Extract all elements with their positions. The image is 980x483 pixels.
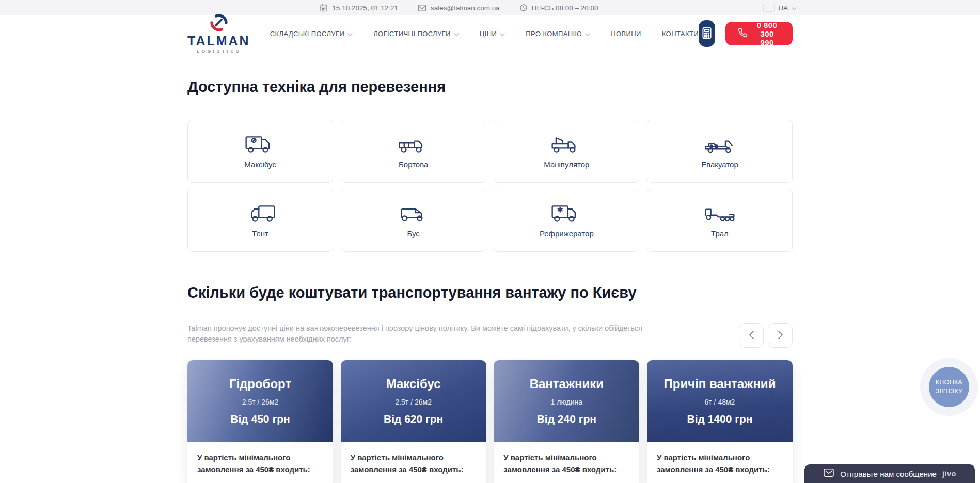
pricing-title: Скільки буде коштувати транспортування в… — [187, 284, 793, 301]
price-card-price: Від 620 грн — [384, 413, 443, 425]
price-card-body: У вартість мінімального замовлення за 45… — [341, 442, 486, 483]
nav-item[interactable]: ЛОГІСТИЧНІ ПОСЛУГИ — [373, 30, 459, 38]
chevron-down-icon — [585, 30, 590, 38]
nav-item-label: КОНТАКТИ — [662, 30, 699, 38]
carousel-next-button[interactable] — [768, 323, 793, 348]
vehicles-grid: МаксібусБортоваМаніпуляторЕвакуаторТентБ… — [187, 120, 793, 252]
price-card-price: Від 450 грн — [230, 413, 290, 425]
price-card-image: Максібус2.5т / 26м2Від 620 грн — [341, 360, 486, 442]
price-card-name: Максібус — [386, 377, 441, 391]
vehicle-card[interactable]: Маніпулятор — [494, 120, 639, 183]
email-link[interactable]: sales@talman.com.ua — [418, 4, 500, 12]
price-card-name: Вантажники — [530, 377, 604, 391]
chevron-down-icon — [454, 30, 459, 38]
vehicle-label: Бортова — [399, 160, 428, 169]
vehicle-card[interactable]: Рефрижератор — [494, 189, 639, 252]
vehicle-label: Рефрижератор — [540, 229, 594, 238]
datetime-text: 15.10.2025, 01:12:21 — [332, 4, 398, 12]
email-text: sales@talman.com.ua — [431, 4, 500, 12]
chevron-down-icon — [792, 4, 797, 12]
callback-button[interactable]: КНОПКА ЗВ'ЯЗКУ — [920, 358, 978, 416]
price-card-note: У вартість мінімального замовлення за 45… — [657, 452, 783, 476]
calendar-icon — [320, 4, 328, 12]
price-card-spec: 2.5т / 26м2 — [242, 398, 279, 406]
pricing-cards: Гідроборт2.5т / 26м2Від 450 грнУ вартіст… — [187, 360, 793, 483]
phone-icon — [738, 28, 748, 39]
vehicle-label: Бус — [407, 229, 419, 238]
price-card-image: Гідроборт2.5т / 26м2Від 450 грн — [187, 360, 333, 442]
price-card: Вантажники1 людинаВід 240 грнУ вартість … — [494, 360, 639, 483]
callback-label-line1: КНОПКА — [936, 379, 962, 386]
nav-item-label: СКЛАДСЬКІ ПОСЛУГИ — [270, 30, 345, 38]
vehicle-card[interactable]: Бортова — [341, 120, 486, 183]
language-label: UA — [778, 4, 788, 12]
price-card-note: У вартість мінімального замовлення за 45… — [197, 452, 323, 476]
chevron-down-icon — [347, 30, 353, 38]
price-card: Причіп вантажний6т / 48м2Від 1400 грнУ в… — [647, 360, 793, 483]
nav-item-label: ЦІНИ — [480, 30, 497, 38]
vehicle-label: Трал — [711, 229, 729, 238]
language-selector[interactable]: UA — [764, 0, 797, 15]
price-card: Гідроборт2.5т / 26м2Від 450 грнУ вартіст… — [187, 360, 333, 483]
price-card-image: Вантажники1 людинаВід 240 грн — [494, 360, 639, 442]
chevron-down-icon — [500, 30, 505, 38]
phone-button[interactable]: 0 800 300 990 — [725, 22, 793, 45]
callback-label-line2: ЗВ'ЯЗКУ — [936, 388, 962, 395]
logo[interactable]: TALMAN LOGISTICS — [187, 13, 250, 54]
refrigerator-truck-icon — [550, 203, 582, 224]
vehicle-label: Максібус — [244, 160, 276, 169]
lowboy-truck-icon — [704, 203, 736, 224]
calculator-button[interactable] — [699, 20, 715, 47]
price-card-spec: 2.5т / 26м2 — [395, 398, 432, 406]
nav-item[interactable]: ПРО КОМПАНІЮ — [526, 30, 590, 38]
datetime-display: 15.10.2025, 01:12:21 — [320, 4, 398, 12]
price-card-note: У вартість мінімального замовлення за 45… — [503, 452, 629, 476]
price-card: Максібус2.5т / 26м2Від 620 грнУ вартість… — [341, 360, 486, 483]
price-card-body: У вартість мінімального замовлення за 45… — [647, 442, 793, 483]
vehicle-card[interactable]: Тент — [187, 189, 333, 252]
hours-text: ПН-СБ 08:00 – 20:00 — [532, 4, 598, 12]
chevron-right-icon — [778, 331, 783, 341]
price-card-name: Причіп вантажний — [664, 377, 776, 391]
chevron-left-icon — [749, 331, 754, 341]
calculator-icon — [700, 26, 714, 41]
maxibus-truck-icon — [244, 134, 276, 155]
crane-truck-icon — [550, 134, 582, 155]
logo-subtitle: LOGISTICS — [197, 49, 241, 54]
carousel-prev-button[interactable] — [739, 323, 764, 348]
vehicle-card[interactable]: Бус — [341, 189, 486, 252]
working-hours: ПН-СБ 08:00 – 20:00 — [519, 4, 598, 12]
price-card-body: У вартість мінімального замовлення за 45… — [187, 442, 333, 483]
site-header: TALMAN LOGISTICS СКЛАДСЬКІ ПОСЛУГИЛОГІСТ… — [0, 15, 980, 52]
chat-envelope-icon — [823, 468, 834, 479]
logo-title: TALMAN — [187, 35, 250, 47]
price-card-name: Гідроборт — [229, 377, 291, 391]
nav-item-label: НОВИНИ — [611, 30, 641, 38]
nav-item[interactable]: НОВИНИ — [611, 30, 641, 38]
van-icon — [398, 203, 430, 224]
vehicle-label: Евакуатор — [701, 160, 738, 169]
price-card-note: У вартість мінімального замовлення за 45… — [351, 452, 477, 476]
jivo-brand-label: jivo — [942, 470, 956, 478]
nav-item[interactable]: КОНТАКТИ — [662, 30, 699, 38]
price-card-price: Від 1400 грн — [687, 413, 752, 425]
flatbed-truck-icon — [398, 134, 430, 155]
tent-truck-icon — [244, 203, 276, 224]
vehicle-card[interactable]: Трал — [647, 189, 793, 252]
flag-ua-icon — [764, 4, 774, 11]
phone-number: 0 800 300 990 — [754, 21, 780, 47]
price-card-price: Від 240 грн — [537, 413, 596, 425]
vehicle-card[interactable]: Евакуатор — [647, 120, 793, 183]
clock-icon — [519, 4, 528, 12]
nav-item[interactable]: ЦІНИ — [480, 30, 505, 38]
price-card-body: У вартість мінімального замовлення за 45… — [494, 442, 639, 483]
carousel-nav — [739, 323, 793, 348]
tow-truck-icon — [704, 134, 736, 155]
price-card-image: Причіп вантажний6т / 48м2Від 1400 грн — [647, 360, 793, 442]
vehicles-section: Доступна техніка для перевезення Максібу… — [187, 52, 793, 252]
main-nav: СКЛАДСЬКІ ПОСЛУГИЛОГІСТИЧНІ ПОСЛУГИЦІНИП… — [270, 30, 699, 38]
chat-widget[interactable]: Отправьте нам сообщение jivo — [804, 464, 975, 483]
pricing-description: Talman пропонує доступні ціни на вантажо… — [187, 323, 658, 345]
nav-item[interactable]: СКЛАДСЬКІ ПОСЛУГИ — [270, 30, 353, 38]
vehicle-card[interactable]: Максібус — [187, 120, 333, 183]
